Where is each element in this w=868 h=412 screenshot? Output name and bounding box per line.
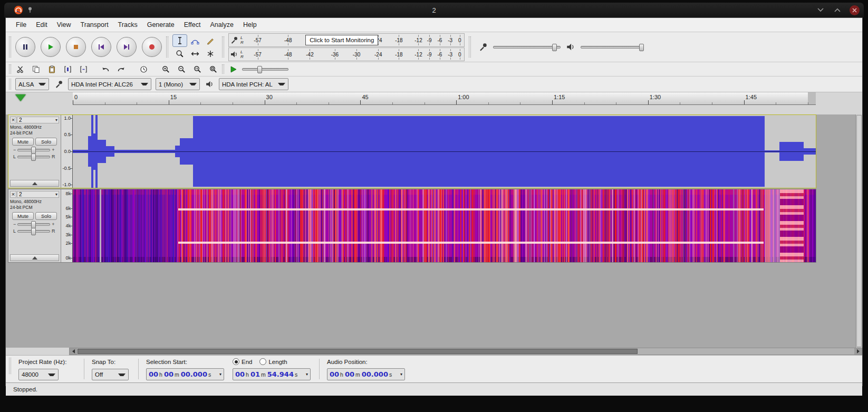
audio-position-field[interactable]: 00h 00m 00.000s ▾: [327, 368, 405, 380]
mixer-toolbar-gripper[interactable]: [469, 36, 471, 58]
vertical-scrollbar-thumb[interactable]: [856, 115, 862, 347]
menu-edit[interactable]: Edit: [31, 18, 52, 32]
trim-audio-button[interactable]: [61, 63, 74, 75]
tools-toolbar-gripper[interactable]: [166, 36, 168, 58]
shade-window-icon[interactable]: [816, 5, 825, 15]
pinned-playhead-icon[interactable]: [15, 94, 26, 101]
snap-to-select[interactable]: Off: [92, 369, 129, 380]
solo-button[interactable]: Solo: [35, 212, 57, 220]
menu-help[interactable]: Help: [238, 18, 262, 32]
track-title-menu[interactable]: 2▾: [17, 191, 59, 198]
meter-scale-label: 0: [458, 51, 461, 57]
fit-project-button[interactable]: [206, 63, 220, 75]
mute-button[interactable]: Mute: [12, 212, 34, 220]
menu-tracks[interactable]: Tracks: [113, 18, 142, 32]
menu-transport[interactable]: Transport: [76, 18, 113, 32]
skip-to-end-button[interactable]: [117, 37, 137, 57]
recording-volume-thumb[interactable]: [552, 44, 557, 51]
copy-button[interactable]: [29, 63, 43, 75]
vertical-ruler-amplitude[interactable]: 1.00.50.0-0.5-1.0: [61, 115, 73, 188]
cut-button[interactable]: [13, 63, 27, 75]
play-at-speed-button[interactable]: [226, 63, 240, 75]
collapse-track-button[interactable]: [10, 180, 59, 187]
play-button[interactable]: [41, 37, 61, 57]
draw-tool-button[interactable]: [203, 34, 218, 47]
envelope-tool-button[interactable]: [188, 34, 202, 47]
close-track-button[interactable]: ×: [10, 117, 16, 123]
play-speed-slider[interactable]: [242, 68, 288, 71]
zoom-in-button[interactable]: [159, 63, 172, 75]
edit-toolbar-gripper[interactable]: [9, 64, 11, 74]
play-at-speed-gripper[interactable]: [222, 64, 224, 74]
selection-end-field[interactable]: 00h 01m 54.944s ▾: [233, 368, 311, 380]
gain-thumb[interactable]: [31, 221, 36, 228]
pan-slider[interactable]: L R: [13, 228, 59, 234]
maximize-window-icon[interactable]: [833, 5, 842, 15]
selection-tool-button[interactable]: [172, 34, 187, 47]
recording-meter-scale[interactable]: Click to Start Monitoring -57-48-42-36-3…: [247, 34, 464, 46]
fit-selection-button[interactable]: [190, 63, 204, 75]
undo-button[interactable]: [99, 63, 112, 75]
recording-volume-slider[interactable]: [493, 46, 561, 49]
paste-button[interactable]: [45, 63, 59, 75]
meter-toolbar-gripper[interactable]: [222, 36, 224, 58]
spectrogram-canvas[interactable]: [73, 189, 816, 262]
chevron-down-icon: ▾: [306, 372, 308, 377]
playback-volume-thumb[interactable]: [639, 44, 644, 51]
menu-effect[interactable]: Effect: [179, 18, 206, 32]
stop-button[interactable]: [66, 37, 86, 57]
device-toolbar-gripper[interactable]: [9, 79, 11, 90]
monitor-overlay[interactable]: Click to Start Monitoring: [305, 35, 378, 45]
playback-volume-slider[interactable]: [581, 46, 643, 49]
close-window-button[interactable]: [850, 5, 860, 15]
horizontal-scrollbar-thumb[interactable]: [78, 349, 638, 354]
waveform-canvas[interactable]: [73, 115, 816, 188]
recording-device-select[interactable]: HDA Intel PCH: ALC26: [68, 78, 151, 90]
gain-slider[interactable]: − +: [13, 147, 59, 152]
menu-file[interactable]: File: [11, 18, 31, 32]
menu-generate[interactable]: Generate: [142, 18, 179, 32]
pan-thumb[interactable]: [31, 228, 36, 235]
length-radio[interactable]: Length: [259, 358, 287, 365]
gain-thumb[interactable]: [31, 147, 36, 154]
playback-meter[interactable]: LR -57-48-42-36-30-24-18-12-9-6-30: [228, 47, 465, 61]
zoom-tool-button[interactable]: [172, 47, 187, 60]
selection-toolbar-gripper[interactable]: [9, 358, 11, 374]
project-rate-select[interactable]: 48000: [18, 369, 59, 380]
skip-to-start-button[interactable]: [91, 37, 111, 57]
playback-device-select[interactable]: HDA Intel PCH: AL: [219, 78, 288, 90]
close-track-button[interactable]: ×: [10, 191, 16, 198]
scroll-right-button[interactable]: [854, 348, 862, 354]
redo-button[interactable]: [114, 63, 128, 75]
scroll-left-button[interactable]: [70, 348, 77, 354]
record-button[interactable]: [142, 37, 162, 57]
menu-view[interactable]: View: [52, 18, 76, 32]
recording-meter[interactable]: LR Click to Start Monitoring -57-48-42-3…: [228, 33, 465, 47]
silence-audio-button[interactable]: [76, 63, 90, 75]
timeline-ruler[interactable]: 01530451:001:151:301:45: [73, 92, 816, 105]
end-radio[interactable]: End: [233, 358, 252, 365]
pan-thumb[interactable]: [31, 154, 36, 161]
horizontal-scrollbar[interactable]: [69, 348, 862, 355]
play-speed-thumb[interactable]: [257, 66, 262, 73]
vertical-scrollbar[interactable]: [855, 114, 862, 348]
vertical-ruler-frequency[interactable]: 8k6k5k4k3k2k0k: [61, 189, 73, 262]
transport-toolbar-gripper[interactable]: [9, 36, 11, 58]
transport-toolbar: [15, 37, 162, 57]
selection-start-field[interactable]: 00h 00m 00.000s ▾: [146, 368, 224, 380]
collapse-track-button[interactable]: [10, 254, 59, 261]
pause-button[interactable]: [15, 37, 35, 57]
recording-channels-select[interactable]: 1 (Mono): [156, 78, 200, 90]
zoom-out-button[interactable]: [175, 63, 188, 75]
gain-slider[interactable]: − +: [13, 222, 59, 227]
multi-tool-button[interactable]: [203, 47, 218, 60]
mute-button[interactable]: Mute: [12, 138, 34, 146]
menu-analyze[interactable]: Analyze: [206, 18, 238, 32]
pan-slider[interactable]: L R: [13, 154, 59, 159]
solo-button[interactable]: Solo: [35, 138, 57, 146]
playback-meter-scale[interactable]: -57-48-42-36-30-24-18-12-9-6-30: [247, 48, 464, 61]
sync-lock-clock-button[interactable]: [137, 63, 150, 75]
time-shift-tool-button[interactable]: [188, 47, 202, 60]
audio-host-select[interactable]: ALSA: [15, 78, 49, 90]
track-title-menu[interactable]: 2▾: [17, 117, 59, 123]
